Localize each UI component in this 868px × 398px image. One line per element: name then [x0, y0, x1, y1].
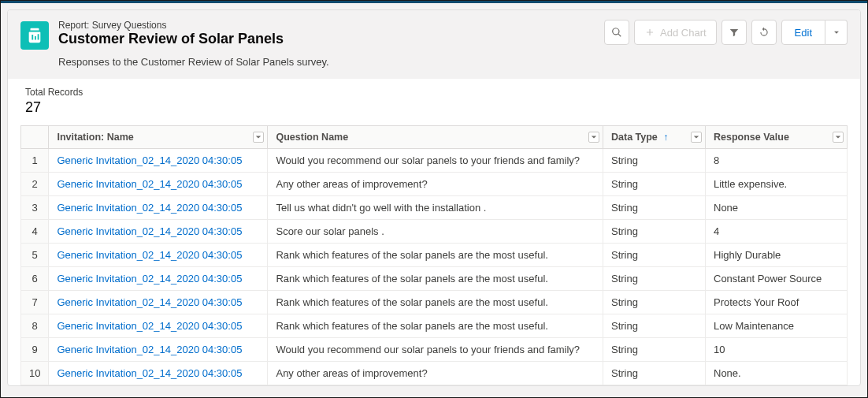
- cell-response: Low Maintenance: [706, 314, 848, 337]
- invitation-link[interactable]: Generic Invitation_02_14_2020 04:30:05: [57, 178, 242, 190]
- table-row: 7Generic Invitation_02_14_2020 04:30:05R…: [21, 290, 848, 314]
- sort-asc-icon: ↑: [663, 132, 668, 143]
- cell-question: Would you recommend our solar panels to …: [268, 148, 603, 172]
- table-row: 10Generic Invitation_02_14_2020 04:30:05…: [21, 361, 848, 385]
- col-response-label: Response Value: [714, 132, 789, 143]
- row-number: 5: [21, 243, 49, 266]
- cell-invitation: Generic Invitation_02_14_2020 04:30:05: [49, 337, 268, 361]
- invitation-link[interactable]: Generic Invitation_02_14_2020 04:30:05: [57, 367, 242, 379]
- col-invitation[interactable]: Invitation: Name: [49, 125, 268, 148]
- cell-invitation: Generic Invitation_02_14_2020 04:30:05: [49, 290, 268, 314]
- cell-datatype: String: [603, 219, 706, 243]
- page-title: Customer Review of Solar Panels: [58, 31, 329, 48]
- cell-question: Rank which features of the solar panels …: [268, 266, 603, 290]
- cell-datatype: String: [603, 172, 706, 195]
- cell-datatype: String: [603, 195, 706, 219]
- row-number: 6: [21, 266, 49, 290]
- row-number: 8: [21, 314, 49, 337]
- cell-datatype: String: [603, 243, 706, 266]
- cell-response: 10: [706, 337, 848, 361]
- invitation-link[interactable]: Generic Invitation_02_14_2020 04:30:05: [57, 202, 242, 214]
- cell-question: Would you recommend our solar panels to …: [268, 337, 603, 361]
- invitation-link[interactable]: Generic Invitation_02_14_2020 04:30:05: [57, 273, 242, 285]
- results-table: Invitation: Name Question Name Data Type…: [20, 125, 848, 385]
- refresh-button[interactable]: [751, 20, 777, 45]
- chevron-down-icon: [831, 27, 842, 38]
- cell-response: Constant Power Source: [706, 266, 848, 290]
- table-row: 8Generic Invitation_02_14_2020 04:30:05R…: [21, 314, 848, 337]
- col-filter-icon[interactable]: [588, 132, 599, 143]
- cell-question: Score our solar panels .: [268, 219, 603, 243]
- cell-response: Protects Your Roof: [706, 290, 848, 314]
- search-button[interactable]: [604, 20, 629, 45]
- col-rownum: [21, 125, 49, 148]
- row-number: 1: [21, 148, 49, 172]
- invitation-link[interactable]: Generic Invitation_02_14_2020 04:30:05: [57, 249, 242, 261]
- row-number: 2: [21, 172, 49, 195]
- report-type: Report: Survey Questions: [58, 20, 329, 31]
- cell-response: 4: [706, 219, 848, 243]
- table-row: 4Generic Invitation_02_14_2020 04:30:05S…: [21, 219, 848, 243]
- table-row: 3Generic Invitation_02_14_2020 04:30:05T…: [21, 195, 848, 219]
- col-filter-icon[interactable]: [833, 132, 844, 143]
- cell-datatype: String: [603, 148, 706, 172]
- totals-bar: Total Records 27: [8, 79, 860, 125]
- cell-datatype: String: [603, 337, 706, 361]
- report-icon: [20, 21, 49, 50]
- plus-icon: [644, 27, 655, 38]
- cell-response: 8: [706, 148, 848, 172]
- cell-invitation: Generic Invitation_02_14_2020 04:30:05: [49, 148, 268, 172]
- table-row: 2Generic Invitation_02_14_2020 04:30:05A…: [21, 172, 848, 195]
- cell-invitation: Generic Invitation_02_14_2020 04:30:05: [49, 243, 268, 266]
- cell-response: None: [706, 195, 848, 219]
- report-header: Report: Survey Questions Customer Review…: [8, 10, 860, 79]
- cell-datatype: String: [603, 314, 706, 337]
- search-icon: [611, 27, 622, 38]
- cell-response: Highly Durable: [706, 243, 848, 266]
- filter-icon: [729, 27, 740, 38]
- col-datatype[interactable]: Data Type ↑: [603, 125, 706, 148]
- total-records-label: Total Records: [25, 87, 843, 98]
- cell-invitation: Generic Invitation_02_14_2020 04:30:05: [49, 361, 268, 385]
- cell-datatype: String: [603, 266, 706, 290]
- cell-question: Any other areas of improvement?: [268, 361, 603, 385]
- invitation-link[interactable]: Generic Invitation_02_14_2020 04:30:05: [57, 154, 242, 166]
- edit-menu-button[interactable]: [825, 20, 848, 45]
- cell-datatype: String: [603, 290, 706, 314]
- edit-button[interactable]: Edit: [781, 20, 825, 45]
- cell-question: Rank which features of the solar panels …: [268, 243, 603, 266]
- row-number: 7: [21, 290, 49, 314]
- invitation-link[interactable]: Generic Invitation_02_14_2020 04:30:05: [57, 225, 242, 237]
- cell-invitation: Generic Invitation_02_14_2020 04:30:05: [49, 219, 268, 243]
- cell-question: Any other areas of improvement?: [268, 172, 603, 195]
- row-number: 9: [21, 337, 49, 361]
- table-row: 5Generic Invitation_02_14_2020 04:30:05R…: [21, 243, 848, 266]
- cell-question: Tell us what didn't go well with the ins…: [268, 195, 603, 219]
- cell-response: Little expensive.: [706, 172, 848, 195]
- row-number: 4: [21, 219, 49, 243]
- cell-invitation: Generic Invitation_02_14_2020 04:30:05: [49, 314, 268, 337]
- cell-invitation: Generic Invitation_02_14_2020 04:30:05: [49, 172, 268, 195]
- invitation-link[interactable]: Generic Invitation_02_14_2020 04:30:05: [57, 320, 242, 332]
- header-actions: Add Chart Edit: [604, 20, 848, 45]
- report-subtitle: Responses to the Customer Review of Sola…: [58, 56, 329, 68]
- refresh-icon: [759, 27, 770, 38]
- col-question[interactable]: Question Name: [268, 125, 603, 148]
- invitation-link[interactable]: Generic Invitation_02_14_2020 04:30:05: [57, 296, 242, 308]
- total-records-count: 27: [25, 99, 843, 116]
- cell-question: Rank which features of the solar panels …: [268, 314, 603, 337]
- col-question-label: Question Name: [276, 132, 348, 143]
- row-number: 10: [21, 361, 49, 385]
- col-response[interactable]: Response Value: [706, 125, 848, 148]
- filter-button[interactable]: [721, 20, 747, 45]
- table-row: 1Generic Invitation_02_14_2020 04:30:05W…: [21, 148, 848, 172]
- add-chart-button[interactable]: Add Chart: [634, 20, 717, 45]
- cell-invitation: Generic Invitation_02_14_2020 04:30:05: [49, 195, 268, 219]
- table-row: 6Generic Invitation_02_14_2020 04:30:05R…: [21, 266, 848, 290]
- cell-invitation: Generic Invitation_02_14_2020 04:30:05: [49, 266, 268, 290]
- col-filter-icon[interactable]: [691, 132, 702, 143]
- invitation-link[interactable]: Generic Invitation_02_14_2020 04:30:05: [57, 344, 242, 355]
- col-datatype-label: Data Type: [611, 132, 658, 143]
- cell-datatype: String: [603, 361, 706, 385]
- col-filter-icon[interactable]: [253, 132, 264, 143]
